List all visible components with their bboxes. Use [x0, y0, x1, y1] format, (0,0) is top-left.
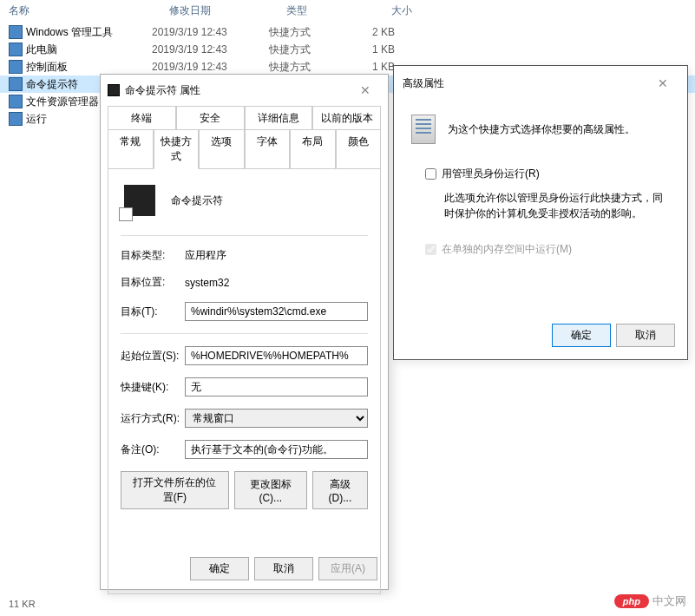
- file-name: Windows 管理工具: [26, 25, 113, 40]
- change-icon-button[interactable]: 更改图标(C)...: [234, 471, 307, 509]
- startin-input[interactable]: [185, 346, 368, 365]
- folder-icon: [9, 25, 23, 39]
- shortcut-key-label: 快捷键(K):: [121, 380, 185, 395]
- target-type-value: 应用程序: [185, 248, 368, 263]
- tab-colors[interactable]: 颜色: [336, 129, 382, 169]
- close-button[interactable]: ✕: [350, 80, 381, 101]
- app-icon: [124, 185, 155, 216]
- status-bar: 11 KR: [9, 599, 36, 609]
- file-name: 控制面板: [26, 60, 68, 75]
- run-as-admin-checkbox[interactable]: [425, 168, 436, 180]
- tab-general[interactable]: 常规: [108, 129, 154, 169]
- target-location-value: system32: [185, 277, 368, 289]
- cancel-button[interactable]: 取消: [254, 557, 313, 580]
- file-date: 2019/3/19 12:43: [152, 61, 269, 73]
- file-size: 2 KB: [343, 26, 395, 38]
- file-type: 快捷方式: [269, 25, 343, 40]
- tab-security[interactable]: 安全: [176, 106, 245, 130]
- header-size[interactable]: 大小: [360, 3, 412, 18]
- run-mode-label: 运行方式(R):: [121, 411, 185, 426]
- tab-terminal[interactable]: 终端: [108, 106, 176, 130]
- separate-memory-label: 在单独的内存空间中运行(M): [442, 242, 572, 257]
- tab-layout[interactable]: 布局: [290, 129, 336, 169]
- file-date: 2019/3/19 12:43: [152, 43, 269, 56]
- startin-label: 起始位置(S):: [121, 349, 185, 364]
- tab-options[interactable]: 选项: [199, 129, 245, 169]
- close-button[interactable]: ✕: [647, 73, 679, 94]
- apply-button[interactable]: 应用(A): [318, 557, 377, 580]
- properties-dialog: 命令提示符 属性 ✕ 终端 安全 详细信息 以前的版本 常规 快捷方式 选项 字…: [100, 74, 389, 590]
- target-input[interactable]: [185, 302, 368, 321]
- explorer-icon: [9, 95, 23, 108]
- run-as-admin-description: 此选项允许你以管理员身份运行此快捷方式，同时保护你的计算机免受非授权活动的影响。: [444, 190, 670, 221]
- titlebar[interactable]: 高级属性 ✕: [394, 66, 687, 101]
- file-row[interactable]: 此电脑 2019/3/19 12:43 快捷方式 1 KB: [0, 41, 695, 58]
- target-location-label: 目标位置:: [121, 275, 185, 290]
- column-headers: 名称 修改日期 类型 大小: [0, 0, 695, 23]
- separate-memory-checkbox: [425, 244, 436, 255]
- target-label: 目标(T):: [121, 305, 185, 319]
- watermark-text: 中文网: [652, 593, 686, 609]
- tab-details[interactable]: 详细信息: [245, 106, 313, 130]
- ok-button[interactable]: 确定: [552, 324, 611, 347]
- file-name: 此电脑: [26, 43, 57, 57]
- properties-icon: [411, 115, 436, 144]
- app-name: 命令提示符: [171, 193, 223, 208]
- tab-content: 命令提示符 目标类型: 应用程序 目标位置: system32 目标(T): 起…: [108, 169, 381, 594]
- advanced-properties-dialog: 高级属性 ✕ 为这个快捷方式选择你想要的高级属性。 用管理员身份运行(R) 此选…: [393, 65, 688, 360]
- window-title: 高级属性: [403, 76, 444, 91]
- open-file-location-button[interactable]: 打开文件所在的位置(F): [121, 471, 229, 509]
- tab-previous-versions[interactable]: 以前的版本: [312, 106, 381, 130]
- window-title: 命令提示符 属性: [125, 83, 200, 98]
- file-type: 快捷方式: [269, 43, 343, 57]
- header-date[interactable]: 修改日期: [169, 3, 286, 18]
- tab-shortcut[interactable]: 快捷方式: [154, 129, 200, 169]
- tab-font[interactable]: 字体: [245, 129, 291, 169]
- control-panel-icon: [9, 60, 23, 74]
- separator: [121, 235, 368, 236]
- run-mode-select[interactable]: 常规窗口: [185, 409, 368, 428]
- cmd-icon: [108, 84, 120, 96]
- watermark: php 中文网: [614, 593, 686, 609]
- file-name: 命令提示符: [26, 77, 78, 92]
- comment-label: 备注(O):: [121, 442, 185, 457]
- dialog-heading: 为这个快捷方式选择你想要的高级属性。: [448, 122, 635, 137]
- file-date: 2019/3/19 12:43: [152, 26, 269, 38]
- header-name[interactable]: 名称: [9, 3, 169, 18]
- run-icon: [9, 112, 23, 126]
- separator: [121, 333, 368, 334]
- watermark-badge: php: [614, 594, 649, 608]
- cancel-button[interactable]: 取消: [616, 324, 675, 347]
- advanced-button[interactable]: 高级(D)...: [312, 471, 368, 509]
- file-type: 快捷方式: [269, 60, 343, 75]
- comment-input[interactable]: [185, 440, 368, 459]
- run-as-admin-label: 用管理员身份运行(R): [442, 167, 540, 181]
- target-type-label: 目标类型:: [121, 248, 185, 263]
- header-type[interactable]: 类型: [286, 3, 360, 18]
- titlebar[interactable]: 命令提示符 属性 ✕: [101, 75, 388, 106]
- file-row[interactable]: Windows 管理工具 2019/3/19 12:43 快捷方式 2 KB: [0, 23, 695, 41]
- pc-icon: [9, 43, 23, 56]
- file-size: 1 KB: [343, 61, 395, 73]
- shortcut-key-input[interactable]: [185, 377, 368, 396]
- file-name: 运行: [26, 112, 47, 127]
- ok-button[interactable]: 确定: [190, 557, 249, 580]
- file-name: 文件资源管理器: [26, 95, 99, 109]
- file-size: 1 KB: [343, 43, 395, 56]
- cmd-icon: [9, 77, 23, 91]
